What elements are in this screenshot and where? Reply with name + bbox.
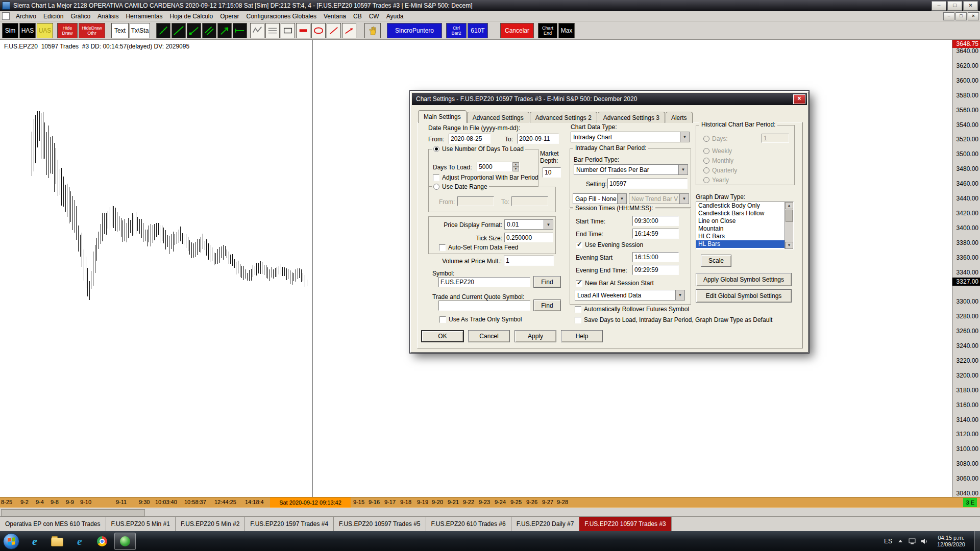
txsta-button[interactable]: Tx\Sta <box>130 23 150 38</box>
apply-global-symbol-settings-button[interactable]: Apply Global Symbol Settings <box>696 273 792 286</box>
use-date-range-radio[interactable]: Use Date Range <box>432 183 489 190</box>
menu-cb[interactable]: CB <box>350 12 365 20</box>
time-axis[interactable]: Sat 2020-09-12 09:13:42 3 E 8-259-29-49-… <box>0 497 980 508</box>
menu-edición[interactable]: Edición <box>40 12 67 20</box>
has-button[interactable]: HAS <box>19 23 36 38</box>
menu-configuraciones-globales[interactable]: Configuraciones Globales <box>243 12 320 20</box>
auto-set-checkbox[interactable]: Auto-Set From Data Feed <box>439 244 518 251</box>
pointer-hand-tool[interactable] <box>364 23 381 38</box>
red-line-tool[interactable] <box>327 23 341 38</box>
chart-tab-6[interactable]: F.US.EPZ20 610 Trades #6 <box>426 517 511 531</box>
chart-data-type-dropdown[interactable]: Intraday Chart ▼ <box>571 132 690 142</box>
ok-button[interactable]: OK <box>421 330 464 342</box>
dialog-title-bar[interactable]: Chart Settings - F.US.EPZ20 10597 Trades… <box>412 93 807 105</box>
volume-mult-input[interactable] <box>504 256 554 266</box>
gap-fill-dropdown[interactable]: Gap Fill - None ▼ <box>573 193 627 204</box>
dialog-tab-main-settings[interactable]: Main Settings <box>418 110 467 123</box>
weekly-radio[interactable]: Weekly <box>703 147 732 155</box>
range-from-input[interactable] <box>457 196 494 206</box>
spinner-down-icon[interactable]: ▼ <box>512 167 519 171</box>
evening-end-input[interactable] <box>632 265 679 275</box>
symbol-find-button[interactable]: Find <box>533 276 561 288</box>
ctrl-bar2-button[interactable]: CtrlBar2 <box>446 23 467 38</box>
start-time-input[interactable] <box>632 216 679 226</box>
scrollbar-thumb[interactable] <box>786 210 793 222</box>
use-number-of-days-radio[interactable]: Use Number Of Days To Load <box>432 145 525 153</box>
date-to-input[interactable] <box>517 134 559 144</box>
evening-start-input[interactable] <box>632 252 679 262</box>
taskbar-chrome-icon[interactable] <box>92 533 112 549</box>
rectangle-tool[interactable] <box>281 23 295 38</box>
new-trend-bar-dropdown[interactable]: New Trend Bar V ▼ <box>629 193 689 204</box>
menu-archivo[interactable]: Archivo <box>12 12 40 20</box>
chart-tab-4[interactable]: F.US.EPZ20 1597 Trades #4 <box>245 517 334 531</box>
uas-button[interactable]: UAS <box>37 23 53 38</box>
dialog-tab-alerts[interactable]: Alerts <box>666 112 693 123</box>
taskbar-clock[interactable]: 04:15 p.m. 12/09/2020 <box>937 535 965 548</box>
extended-line-tool[interactable] <box>172 23 186 38</box>
scroll-up-icon[interactable]: ▲ <box>785 202 793 209</box>
tick-size-input[interactable] <box>504 233 553 242</box>
taskbar-explorer-icon[interactable] <box>47 533 67 549</box>
taskbar-ie2-icon[interactable]: e <box>69 533 90 549</box>
close-button[interactable]: × <box>963 1 978 11</box>
taskbar-sierra-chart-icon[interactable] <box>114 533 136 550</box>
listbox-scrollbar[interactable]: ▲ ▼ <box>785 202 793 249</box>
taskbar-ie-icon[interactable]: e <box>24 533 45 549</box>
menu-análisis[interactable]: Análisis <box>94 12 122 20</box>
language-indicator[interactable]: ES <box>884 538 892 545</box>
ray-tool[interactable] <box>187 23 201 38</box>
setting-input[interactable] <box>607 179 688 189</box>
adjust-proportional-checkbox[interactable]: Adjust Proportional With Bar Period <box>433 174 538 181</box>
horizontal-scrollbar[interactable] <box>0 508 980 516</box>
chart-tab-5[interactable]: F.US.EPZ20 10597 Trades #5 <box>334 517 426 531</box>
green-arrow-tool[interactable] <box>217 23 232 38</box>
menu-cw[interactable]: CW <box>365 12 383 20</box>
chart-tab-7[interactable]: F.US.EPZ20 Daily #7 <box>511 517 580 531</box>
spinner-up-icon[interactable]: ▲ <box>512 162 519 167</box>
cancel-button[interactable]: Cancel <box>468 330 510 342</box>
graph-draw-item[interactable]: HL Bars <box>696 240 785 248</box>
days-to-load-spinner[interactable]: ▲▼ <box>512 162 519 171</box>
mdi-restore-button[interactable]: □ <box>955 12 967 20</box>
trade-symbol-input[interactable] <box>438 300 530 311</box>
save-defaults-checkbox[interactable]: Save Days to Load, Intraday Bar Period, … <box>575 316 772 323</box>
chart-tab-1[interactable]: Operativa EP con MES 610 Trades <box>0 517 106 531</box>
trade-only-symbol-checkbox[interactable]: Use As Trade Only Symbol <box>439 316 522 323</box>
menu-ayuda[interactable]: Ayuda <box>383 12 407 20</box>
range-to-input[interactable] <box>511 196 548 206</box>
use-evening-session-checkbox[interactable]: Use Evening Session <box>576 241 643 248</box>
chart-tab-8[interactable]: F.US.EPZ20 10597 Trades #3 <box>579 517 671 531</box>
tray-volume-icon[interactable] <box>921 538 928 544</box>
tray-expand-icon[interactable] <box>897 539 903 544</box>
graph-draw-type-listbox[interactable]: Candlestick Body OnlyCandlestick Bars Ho… <box>696 202 794 249</box>
zigzag-tool[interactable] <box>250 23 264 38</box>
start-button[interactable] <box>3 533 19 549</box>
menu-hoja-de-cálculo[interactable]: Hoja de Cálculo <box>166 12 216 20</box>
days-radio[interactable]: Days: <box>703 135 728 142</box>
price-bar-tool[interactable] <box>296 23 310 38</box>
graph-draw-item[interactable]: Candlestick Bars Hollow <box>696 210 785 217</box>
tray-display-icon[interactable] <box>909 538 916 544</box>
channel-tool[interactable] <box>202 23 216 38</box>
dialog-close-button[interactable]: × <box>793 94 805 104</box>
red-arrow-tool[interactable] <box>342 23 356 38</box>
chart-end-button[interactable]: ChartEnd <box>538 23 557 38</box>
maximize-button[interactable]: □ <box>947 1 962 11</box>
trade-symbol-find-button[interactable]: Find <box>533 299 561 311</box>
edit-global-symbol-settings-button[interactable]: Edit Global Symbol Settings <box>696 289 792 303</box>
weekend-data-dropdown[interactable]: Load All Weekend Data ▼ <box>575 290 685 300</box>
hide-draw-button[interactable]: HideDraw <box>57 23 78 38</box>
scale-button[interactable]: Scale <box>701 255 731 267</box>
price-scale[interactable]: 3648.75 3327.00 3640.003620.003600.00358… <box>952 40 980 497</box>
market-depth-input[interactable] <box>543 167 561 178</box>
dialog-tab-advanced-settings[interactable]: Advanced Settings <box>467 112 529 123</box>
graph-draw-item[interactable]: HLC Bars <box>696 233 785 240</box>
dialog-tab-advanced-settings-2[interactable]: Advanced Settings 2 <box>530 112 597 123</box>
ellipse-tool[interactable] <box>311 23 326 38</box>
end-time-input[interactable] <box>632 229 679 239</box>
monthly-radio[interactable]: Monthly <box>703 157 733 164</box>
graph-draw-item[interactable]: Mountain <box>696 225 785 233</box>
menu-herramientas[interactable]: Herramientas <box>122 12 166 20</box>
new-bar-session-start-checkbox[interactable]: New Bar At Session Start <box>576 280 654 287</box>
